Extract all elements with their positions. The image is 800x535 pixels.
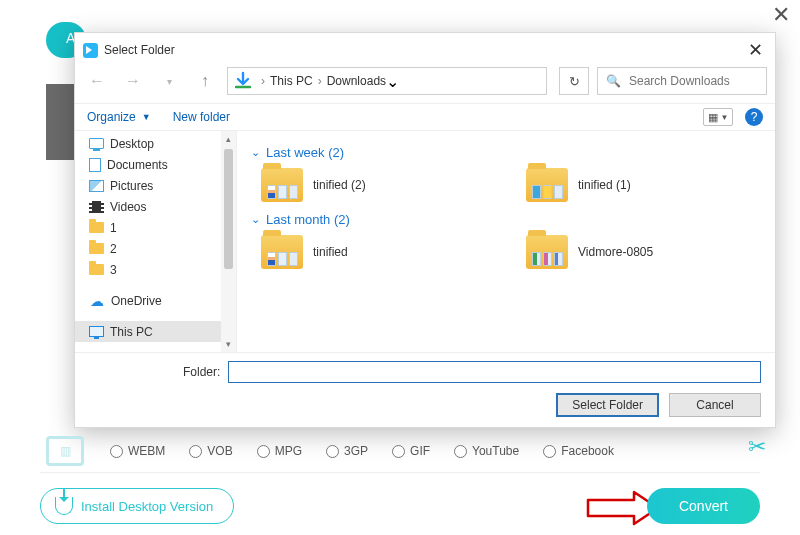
sidebar-item-label: 3	[110, 263, 117, 277]
format-radio[interactable]	[543, 445, 556, 458]
install-desktop-button[interactable]: Install Desktop Version	[40, 488, 234, 524]
sidebar-item-2[interactable]: 2	[75, 238, 236, 259]
format-option-youtube[interactable]: YouTube	[454, 444, 519, 458]
sidebar-item-label: 2	[110, 242, 117, 256]
format-radio[interactable]	[326, 445, 339, 458]
path-root-icon	[232, 70, 254, 92]
group-title: Last week (2)	[266, 145, 344, 160]
search-box[interactable]: 🔍	[597, 67, 767, 95]
group-header[interactable]: ⌄Last month (2)	[251, 212, 761, 227]
folder-label: tinified	[313, 245, 348, 259]
folder-icon	[526, 168, 568, 202]
search-icon: 🔍	[598, 74, 629, 88]
folder-icon	[261, 168, 303, 202]
sidebar-spacer	[75, 280, 236, 290]
folder-icon	[526, 235, 568, 269]
download-icon	[55, 497, 73, 515]
sidebar-item-label: Desktop	[110, 137, 154, 151]
folder-icon	[261, 235, 303, 269]
dialog-bottom: Folder: Select Folder Cancel	[75, 352, 775, 427]
format-option-facebook[interactable]: Facebook	[543, 444, 614, 458]
format-radio[interactable]	[392, 445, 405, 458]
sidebar-item-label: OneDrive	[111, 294, 162, 308]
format-option-vob[interactable]: VOB	[189, 444, 232, 458]
convert-button[interactable]: Convert	[647, 488, 760, 524]
group-header[interactable]: ⌄Last week (2)	[251, 145, 761, 160]
sidebar-item-3[interactable]: 3	[75, 259, 236, 280]
refresh-button[interactable]: ↻	[559, 67, 589, 95]
view-grid-icon: ▦	[708, 111, 718, 124]
folder-label: tinified (2)	[313, 178, 366, 192]
sidebar-item-documents[interactable]: Documents📌	[75, 154, 236, 175]
app-logo-icon	[83, 43, 98, 58]
view-options-button[interactable]: ▦▼	[703, 108, 733, 126]
address-expand-icon[interactable]: ⌄	[386, 72, 399, 91]
sidebar-scrollbar[interactable]: ▴ ▾	[221, 131, 236, 352]
folder-label: Folder:	[183, 365, 220, 379]
format-option-webm[interactable]: WEBM	[110, 444, 165, 458]
format-label: YouTube	[472, 444, 519, 458]
format-option-mpg[interactable]: MPG	[257, 444, 302, 458]
format-label: MPG	[275, 444, 302, 458]
nav-back-icon[interactable]: ←	[83, 67, 111, 95]
sidebar-item-1[interactable]: 1	[75, 217, 236, 238]
sidebar-spacer	[75, 311, 236, 321]
nav-recent-icon[interactable]: ▾	[155, 67, 183, 95]
app-close-icon[interactable]: ✕	[772, 2, 790, 28]
scroll-thumb[interactable]	[224, 149, 233, 269]
folder-label: Vidmore-0805	[578, 245, 653, 259]
chevron-down-icon: ⌄	[251, 146, 260, 159]
search-input[interactable]	[629, 74, 766, 88]
crumb-root[interactable]: This PC	[270, 74, 313, 88]
format-row: ▥ WEBMVOBMPG3GPGIFYouTubeFacebook	[46, 436, 790, 466]
format-option-3gp[interactable]: 3GP	[326, 444, 368, 458]
group-title: Last month (2)	[266, 212, 350, 227]
format-label: GIF	[410, 444, 430, 458]
nav-forward-icon[interactable]: →	[119, 67, 147, 95]
install-desktop-label: Install Desktop Version	[81, 499, 213, 514]
sidebar-item-videos[interactable]: Videos📌	[75, 196, 236, 217]
format-label: VOB	[207, 444, 232, 458]
folder-item[interactable]: tinified (1)	[526, 168, 761, 202]
sidebar-item-pictures[interactable]: Pictures📌	[75, 175, 236, 196]
nav-bar: ← → ▾ ↑ › This PC › Downloads ⌄ ↻ 🔍	[75, 65, 775, 103]
folder-item[interactable]: tinified (2)	[261, 168, 496, 202]
organize-label: Organize	[87, 110, 136, 124]
format-radio[interactable]	[454, 445, 467, 458]
sidebar-item-onedrive[interactable]: ☁OneDrive	[75, 290, 236, 311]
format-option-gif[interactable]: GIF	[392, 444, 430, 458]
folder-item[interactable]: tinified	[261, 235, 496, 269]
sidebar-item-label: Videos	[110, 200, 146, 214]
crumb-downloads[interactable]: Downloads	[327, 74, 386, 88]
format-radio[interactable]	[189, 445, 202, 458]
select-folder-button[interactable]: Select Folder	[556, 393, 659, 417]
sidebar: Desktop📌Documents📌Pictures📌Videos📌123☁On…	[75, 131, 237, 352]
nav-up-icon[interactable]: ↑	[191, 67, 219, 95]
address-bar[interactable]: › This PC › Downloads ⌄	[227, 67, 547, 95]
sidebar-item-label: Pictures	[110, 179, 153, 193]
folder-input[interactable]	[228, 361, 761, 383]
format-radio[interactable]	[110, 445, 123, 458]
folder-item[interactable]: Vidmore-0805	[526, 235, 761, 269]
new-folder-button[interactable]: New folder	[173, 110, 230, 124]
caret-down-icon: ▼	[142, 112, 151, 122]
folder-label: tinified (1)	[578, 178, 631, 192]
dialog-close-icon[interactable]: ✕	[744, 39, 767, 61]
cancel-button[interactable]: Cancel	[669, 393, 761, 417]
sidebar-item-label: Documents	[107, 158, 168, 172]
format-label: WEBM	[128, 444, 165, 458]
crumb-sep-icon: ›	[318, 74, 322, 88]
help-button[interactable]: ?	[745, 108, 763, 126]
sidebar-item-this-pc[interactable]: This PC	[75, 321, 236, 342]
sidebar-item-label: This PC	[110, 325, 153, 339]
scroll-up-icon[interactable]: ▴	[221, 131, 236, 147]
crumb-sep-icon: ›	[261, 74, 265, 88]
sidebar-item-desktop[interactable]: Desktop📌	[75, 133, 236, 154]
divider	[40, 472, 760, 473]
organize-menu[interactable]: Organize ▼	[87, 110, 151, 124]
toolbar: Organize ▼ New folder ▦▼ ?	[75, 103, 775, 130]
scroll-down-icon[interactable]: ▾	[221, 336, 236, 352]
dialog-titlebar: Select Folder ✕	[75, 33, 775, 65]
cut-icon[interactable]: ✂	[748, 434, 766, 460]
format-radio[interactable]	[257, 445, 270, 458]
